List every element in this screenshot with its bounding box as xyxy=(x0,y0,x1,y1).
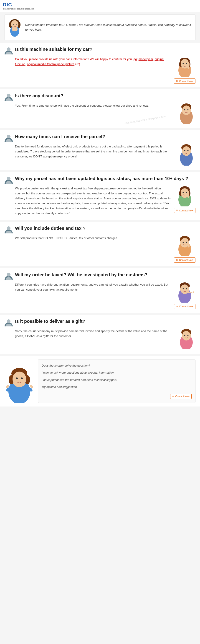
contact-btn-4[interactable]: ✉ Contact Now xyxy=(174,208,195,213)
footer-section: Does the answer solve the question? I wa… xyxy=(0,356,200,406)
faq-section-7: Is it possible to deliver as a gift? Sor… xyxy=(0,315,200,354)
faq-section-6: Will my order be taxed? Will be investig… xyxy=(0,268,200,313)
contact-btn-5[interactable]: ✉ Contact Now xyxy=(174,258,195,263)
svg-point-17 xyxy=(7,48,11,51)
question-row-1: Is this machine suitable for my car? xyxy=(5,46,195,54)
svg-point-30 xyxy=(7,94,11,98)
question-row-2: Is there any discount? xyxy=(5,93,195,101)
contact-label-6: Contact Now xyxy=(179,305,193,308)
faq-section-5: Will you include duties and tax ? We sel… xyxy=(0,222,200,266)
welcome-avatar xyxy=(8,18,22,37)
question-text-1: Is this machine suitable for my car? xyxy=(15,46,92,52)
contact-icon-footer: ✉ xyxy=(172,395,174,398)
user-icon-1 xyxy=(5,46,13,54)
question-text-4: Why my parcel has not been updated logis… xyxy=(15,176,188,182)
footer-item-3: I have purchased the product and need te… xyxy=(42,378,191,382)
question-text-3: How many times can I receive the parcel? xyxy=(15,134,105,140)
svg-point-48 xyxy=(7,177,11,180)
logo-block: DIC dlcautomotiveelectr.aliexpress.com xyxy=(3,2,35,10)
svg-point-26 xyxy=(186,63,187,64)
answer-side-6: ✉ Contact Now xyxy=(174,282,195,309)
svg-point-67 xyxy=(186,242,187,243)
svg-point-95 xyxy=(16,378,18,379)
question-text-7: Is it possible to deliver as a gift? xyxy=(15,318,85,324)
svg-point-36 xyxy=(184,109,185,110)
svg-point-57 xyxy=(186,192,187,193)
question-text-6: Will my order be taxed? Will be investig… xyxy=(15,272,147,278)
user-icon-2 xyxy=(5,93,13,101)
avatar-2 xyxy=(177,103,195,124)
footer-item-4: My opinion and suggestion. xyxy=(42,385,191,389)
svg-point-39 xyxy=(7,135,11,138)
faq-section-4: Why my parcel has not been updated logis… xyxy=(0,172,200,220)
user-icon-4 xyxy=(5,176,13,184)
welcome-section: Dear customer, Welcome to DLC store, I a… xyxy=(5,14,195,40)
svg-point-65 xyxy=(181,238,189,247)
answer-text-4: We provide customers with the quickest a… xyxy=(5,186,171,216)
question-row-3: How many times can I receive the parcel? xyxy=(5,134,195,142)
svg-rect-28 xyxy=(188,63,189,66)
avatar-3 xyxy=(177,144,195,166)
question-text-5: Will you include duties and tax ? xyxy=(15,225,85,231)
footer-item-2: I want to ask more questions about produ… xyxy=(42,370,191,375)
contact-icon-4: ✉ xyxy=(176,209,178,212)
user-icon-6 xyxy=(5,272,13,280)
avatar-5 xyxy=(176,236,194,256)
contact-label-footer: Contact Now xyxy=(175,395,189,398)
svg-point-12 xyxy=(13,24,14,25)
avatar-7 xyxy=(177,329,195,349)
contact-btn-6[interactable]: ✉ Contact Now xyxy=(174,304,195,309)
avatar-4 xyxy=(176,186,194,206)
svg-point-66 xyxy=(183,242,184,243)
header: DIC dlcautomotiveelectr.aliexpress.com xyxy=(0,0,200,12)
svg-marker-79 xyxy=(192,291,194,293)
svg-point-35 xyxy=(182,106,190,114)
svg-point-60 xyxy=(7,226,11,230)
svg-point-86 xyxy=(182,331,190,340)
svg-point-76 xyxy=(183,288,184,289)
contact-btn-1[interactable]: ✉ Contact Now xyxy=(174,78,195,84)
contact-icon-6: ✉ xyxy=(176,305,178,308)
svg-point-81 xyxy=(7,320,11,323)
avatar-6 xyxy=(176,282,194,302)
question-row-4: Why my parcel has not been updated logis… xyxy=(5,176,195,184)
footer-contact-row: ✉ Contact Now xyxy=(42,392,191,399)
svg-point-96 xyxy=(21,378,23,379)
svg-point-88 xyxy=(187,334,189,336)
contact-icon-1: ✉ xyxy=(176,80,178,82)
footer-item-1: Does the answer solve the question? xyxy=(42,364,191,368)
welcome-text: Dear customer, Welcome to DLC store, I a… xyxy=(25,23,191,32)
question-row-6: Will my order be taxed? Will be investig… xyxy=(5,272,195,280)
svg-point-70 xyxy=(7,273,11,276)
svg-point-46 xyxy=(187,150,189,151)
question-row-7: Is it possible to deliver as a gift? xyxy=(5,318,195,326)
svg-point-45 xyxy=(184,150,185,151)
faq-section-3: How many times can I receive the parcel?… xyxy=(0,130,200,170)
answer-text-7: Sorry, the courier company must provide … xyxy=(5,329,174,339)
faq-section-2: Is there any discount? Yes, From time to… xyxy=(0,89,200,128)
answer-text-3: Due to the need for rigorous testing of … xyxy=(5,144,174,159)
user-icon-7 xyxy=(5,318,13,326)
svg-point-14 xyxy=(12,27,18,30)
footer-avatar xyxy=(5,366,34,403)
faq-section-1: Is this machine suitable for my car? Cou… xyxy=(0,43,200,87)
svg-point-77 xyxy=(186,288,187,289)
answer-text-1: Could you please provide us with your ca… xyxy=(15,57,171,67)
question-text-2: Is there any discount? xyxy=(15,93,63,99)
svg-rect-58 xyxy=(187,194,189,198)
svg-point-25 xyxy=(183,63,184,64)
contact-icon-5: ✉ xyxy=(176,258,178,262)
contact-label-5: Contact Now xyxy=(179,258,193,261)
logo-subtitle: dlcautomotiveelectr.aliexpress.com xyxy=(3,8,35,10)
svg-rect-68 xyxy=(188,244,189,248)
answer-side-5: ✉ Contact Now xyxy=(174,236,195,263)
contact-label-1: Contact Now xyxy=(179,80,193,82)
answer-side-1: ✉ Contact Now xyxy=(174,57,195,84)
svg-point-87 xyxy=(184,334,185,336)
svg-point-13 xyxy=(16,24,17,25)
contact-btn-footer[interactable]: ✉ Contact Now xyxy=(170,394,191,399)
logo-text: DIC xyxy=(3,2,35,8)
user-icon-5 xyxy=(5,225,13,234)
svg-point-37 xyxy=(187,109,189,110)
avatar-1 xyxy=(176,57,194,77)
